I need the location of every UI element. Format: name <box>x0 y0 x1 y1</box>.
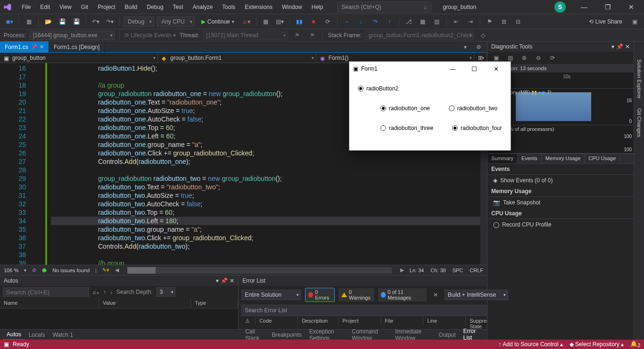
clear-filter-icon[interactable]: ✕ <box>430 289 440 300</box>
menu-view[interactable]: View <box>55 2 76 12</box>
menu-analyze[interactable]: Analyze <box>188 2 218 12</box>
solution-explorer-tab[interactable]: Solution Explorer <box>636 56 643 103</box>
menu-test[interactable]: Test <box>168 2 188 12</box>
uncomment-icon[interactable]: ⊟ <box>512 16 524 27</box>
nav-project[interactable]: ▣group_button <box>0 53 158 63</box>
save-all-icon[interactable]: 💾 <box>71 16 82 27</box>
tab-autos[interactable]: Autos <box>3 330 25 340</box>
step-next-icon[interactable]: → <box>341 16 353 27</box>
menu-extensions[interactable]: Extensions <box>240 2 277 12</box>
tab-locals[interactable]: Locals <box>25 330 49 340</box>
stop-icon[interactable]: ■ <box>308 16 319 27</box>
menu-git[interactable]: Git <box>76 2 93 12</box>
continue-button[interactable]: ▶Continue▾ <box>198 16 238 27</box>
comment-icon[interactable]: ⊞ <box>498 16 510 27</box>
panel-menu-icon[interactable]: ▾ <box>216 277 219 284</box>
errorlist-search[interactable]: Search Error List⌕▾ <box>241 305 508 316</box>
toolbar-icon-1[interactable]: ▦ <box>260 16 272 27</box>
step-over-icon[interactable]: ↷ <box>370 16 381 27</box>
menu-tools[interactable]: Tools <box>217 2 240 12</box>
feedback-icon[interactable]: ▣ <box>629 16 640 27</box>
undo-icon[interactable]: ↶▾ <box>90 16 101 27</box>
new-item-icon[interactable]: ▦ <box>23 16 34 27</box>
brush-icon[interactable]: ✎▾ <box>102 267 109 273</box>
pause-icon[interactable]: ▮▮ <box>294 16 305 27</box>
tab-settings-icon[interactable]: ⚙ <box>473 41 484 53</box>
zoom-level[interactable]: 106 % <box>4 268 18 273</box>
tab-dropdown-icon[interactable]: ▾ <box>460 41 471 53</box>
tab-watch-1[interactable]: Watch 1 <box>49 330 77 340</box>
close-button[interactable]: ✕ <box>620 0 642 14</box>
menu-project[interactable]: Project <box>93 2 120 12</box>
restart-icon[interactable]: ⟳ <box>322 16 333 27</box>
tab-form1-design[interactable]: Form1.cs [Design] <box>49 41 105 53</box>
indent-icon[interactable]: ⇤ <box>451 16 462 27</box>
live-share-button[interactable]: ⟲Live Share <box>585 18 626 25</box>
close-tab-icon[interactable]: ✕ <box>40 44 44 50</box>
diag-tab-memory-usage[interactable]: Memory Usage <box>542 154 585 163</box>
autos-search-input[interactable] <box>3 287 89 297</box>
close-panel-icon[interactable]: ✕ <box>625 43 630 50</box>
hot-reload-icon[interactable]: ♨▾ <box>241 16 252 27</box>
menu-debug[interactable]: Debug <box>142 2 168 12</box>
toolbar-misc-2[interactable]: ▦ <box>417 16 429 27</box>
nav-down-icon[interactable]: ↓ <box>110 289 113 295</box>
stackframe-dropdown[interactable]: group_button.Form1.radioButton2_Check <box>365 31 474 40</box>
nav-up-icon[interactable]: ↑ <box>103 289 106 295</box>
zoom-out-icon[interactable]: ⊖ <box>533 52 544 64</box>
nav-back-icon[interactable]: ◉▾ <box>4 16 15 27</box>
toolbar-misc-1[interactable]: ⎇ <box>403 16 414 27</box>
bookmark-icon[interactable]: ⚑ <box>484 16 495 27</box>
notifications-icon[interactable]: 🔔2 <box>630 341 640 348</box>
tab-breakpoints[interactable]: Breakpoints <box>268 330 305 340</box>
h-scrollbar[interactable] <box>127 267 392 274</box>
whitespace-mode[interactable]: SPC <box>453 268 463 273</box>
diag-tab-summary[interactable]: Summary <box>487 154 518 163</box>
error-lens-icon[interactable]: ⊘ <box>32 267 36 273</box>
maximize-button[interactable]: ❐ <box>597 0 619 14</box>
radio-button2[interactable]: radioButton2 <box>358 85 502 92</box>
build-filter-dropdown[interactable]: Build + IntelliSense <box>445 290 508 300</box>
form1-titlebar[interactable]: ▣ Form1 — ☐ ✕ <box>349 62 511 76</box>
close-panel-icon[interactable]: ✕ <box>230 277 234 284</box>
eol-mode[interactable]: CRLF <box>470 268 483 273</box>
output-icon[interactable]: ▣ <box>4 341 9 348</box>
flag2-icon[interactable]: ⚑ <box>306 30 318 41</box>
form1-window[interactable]: ▣ Form1 — ☐ ✕ radioButton2 radiobutton_o… <box>349 61 511 151</box>
zoom-in-icon[interactable]: ⊕ <box>519 52 530 64</box>
radio-three[interactable]: radiobutton_three <box>380 125 433 131</box>
show-events-item[interactable]: ◈Show Events (0 of 0) <box>487 175 634 186</box>
diag-tab-cpu-usage[interactable]: CPU Usage <box>585 154 620 163</box>
radio-four[interactable]: radiobutton_four <box>452 125 502 131</box>
toolbar-misc-3[interactable]: ▤ <box>431 16 443 27</box>
menu-edit[interactable]: Edit <box>35 2 55 12</box>
radio-two[interactable]: radiobutton_two <box>449 105 497 112</box>
issues-label[interactable]: No issues found <box>52 268 90 273</box>
git-changes-tab[interactable]: Git Changes <box>636 105 643 141</box>
warnings-filter[interactable]: 0 Warnings <box>339 288 374 301</box>
menu-file[interactable]: File <box>17 2 35 12</box>
frame-nav-icon[interactable]: ◇ <box>478 30 489 41</box>
global-search[interactable]: Search (Ctrl+Q) ⌕ <box>337 1 431 13</box>
config-dropdown[interactable]: Debug <box>124 16 154 27</box>
menu-window[interactable]: Window <box>277 2 307 12</box>
nav-class[interactable]: ◆group_button.Form1 <box>158 53 316 63</box>
form1-maximize[interactable]: ☐ <box>463 62 485 76</box>
save-icon[interactable]: 💾 <box>57 16 68 27</box>
step-out-icon[interactable]: ↑ <box>384 16 395 27</box>
menu-build[interactable]: Build <box>120 2 142 12</box>
tab-output[interactable]: Output <box>435 330 460 340</box>
pin-icon[interactable]: 📌 <box>31 44 37 49</box>
take-snapshot-item[interactable]: 📷Take Snapshot <box>487 197 634 208</box>
search-icon[interactable]: ⌕▾ <box>93 289 99 295</box>
select-repo[interactable]: ◆ Select Repository ▴ <box>570 341 624 348</box>
user-avatar[interactable]: S <box>554 1 566 13</box>
toolbar-icon-2[interactable]: ▤▾ <box>274 16 286 27</box>
scope-dropdown[interactable]: Entire Solution <box>241 290 301 300</box>
minimize-button[interactable]: — <box>573 0 595 14</box>
messages-filter[interactable]: 0 of 11 Messages <box>378 288 427 301</box>
record-cpu-item[interactable]: ◯Record CPU Profile <box>487 219 634 230</box>
tab-form1-cs[interactable]: Form1.cs 📌 ✕ <box>0 41 49 53</box>
pin-panel-icon[interactable]: 📌 <box>616 43 623 50</box>
outdent-icon[interactable]: ⇥ <box>465 16 476 27</box>
